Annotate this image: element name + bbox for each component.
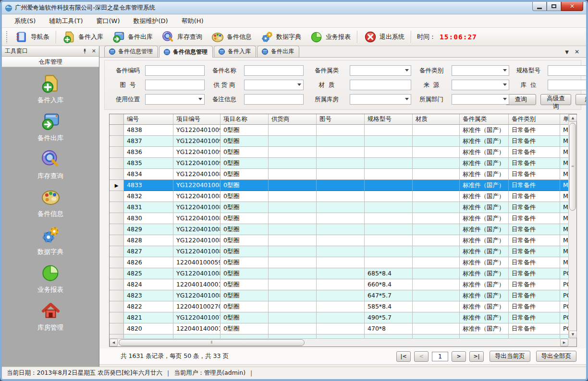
table-cell[interactable]: PC: [560, 268, 568, 279]
row-selector[interactable]: [110, 125, 124, 136]
sidebar-item[interactable]: 备件信息: [37, 187, 63, 218]
menu-item[interactable]: 窗口(W): [90, 14, 127, 28]
table-cell[interactable]: M: [560, 158, 568, 169]
search-select[interactable]: [452, 65, 509, 76]
table-cell[interactable]: 日常备件: [509, 323, 560, 334]
table-cell[interactable]: [317, 125, 365, 136]
horizontal-scroll-track[interactable]: ⦀: [118, 339, 560, 346]
table-cell[interactable]: 标准件（国产）: [460, 279, 509, 290]
table-cell[interactable]: M: [560, 202, 568, 213]
search-select[interactable]: [548, 80, 588, 90]
row-selector[interactable]: [110, 235, 124, 246]
table-cell[interactable]: 4837: [124, 136, 173, 147]
tab-close-icon[interactable]: ✕: [575, 48, 579, 55]
table-cell[interactable]: 日常备件: [509, 147, 560, 158]
table-cell[interactable]: 0型圈: [220, 125, 269, 136]
table-cell[interactable]: M: [560, 246, 568, 257]
table-cell[interactable]: 4829: [124, 224, 173, 235]
table-cell[interactable]: [269, 224, 317, 235]
first-page-button[interactable]: |<: [396, 351, 411, 362]
sidebar-close-icon[interactable]: ✕: [92, 48, 96, 54]
table-cell[interactable]: M: [560, 235, 568, 246]
sidebar-item[interactable]: 备件出库: [37, 111, 63, 143]
table-row[interactable]: 4827YG122040100820型圈标准件（国产）日常备件M: [110, 246, 568, 257]
table-row[interactable]: 4834YG122040100890型圈标准件（国产）日常备件M: [110, 169, 568, 180]
scroll-right-icon[interactable]: ▶: [560, 339, 568, 346]
column-header[interactable]: 备件类别: [509, 114, 560, 125]
table-row[interactable]: 4835YG122040100900型圈标准件（国产）日常备件M: [110, 158, 568, 169]
table-cell[interactable]: 4832: [124, 191, 173, 202]
menu-item[interactable]: 数据维护(D): [127, 14, 175, 28]
table-cell[interactable]: 标准件（国产）: [460, 235, 509, 246]
table-cell[interactable]: 0型圈: [220, 191, 269, 202]
table-cell[interactable]: YG12204010085: [173, 213, 220, 224]
tab-list-dropdown-icon[interactable]: ▼: [565, 49, 569, 55]
new-button[interactable]: 新建: [576, 94, 588, 105]
table-cell[interactable]: [269, 136, 317, 147]
table-cell[interactable]: 日常备件: [509, 180, 560, 191]
tab[interactable]: 备件入库: [214, 46, 256, 57]
table-cell[interactable]: 1220401400013: [173, 323, 220, 334]
table-cell[interactable]: 0型圈: [220, 147, 269, 158]
table-cell[interactable]: 4836: [124, 147, 173, 158]
query-button[interactable]: 查询: [505, 94, 536, 105]
toolbar-button[interactable]: 备件出库: [108, 29, 157, 45]
table-cell[interactable]: [317, 202, 365, 213]
table-cell[interactable]: YG12204010080: [173, 290, 220, 301]
prev-page-button[interactable]: <: [414, 351, 429, 362]
table-cell[interactable]: [413, 268, 460, 279]
table-cell[interactable]: 585*8.4: [365, 301, 413, 312]
table-cell[interactable]: 标准件（国产）: [460, 213, 509, 224]
menu-item[interactable]: 辅助工具(T): [42, 14, 89, 28]
table-cell[interactable]: [413, 235, 460, 246]
table-cell[interactable]: [365, 180, 413, 191]
row-selector[interactable]: [110, 158, 124, 169]
table-cell[interactable]: [269, 125, 317, 136]
table-cell[interactable]: [365, 158, 413, 169]
row-selector[interactable]: [110, 268, 124, 279]
scroll-left-icon[interactable]: ◀: [110, 339, 118, 346]
table-cell[interactable]: [317, 191, 365, 202]
table-row[interactable]: 4838YG122040100930型圈标准件（国产）日常备件M: [110, 125, 568, 136]
table-cell[interactable]: [365, 147, 413, 158]
table-cell[interactable]: [365, 235, 413, 246]
table-cell[interactable]: M: [560, 136, 568, 147]
table-cell[interactable]: [317, 312, 365, 323]
column-header[interactable]: 规格型号: [365, 114, 413, 125]
table-cell[interactable]: 标准件（国产）: [460, 246, 509, 257]
table-cell[interactable]: [413, 202, 460, 213]
tab[interactable]: 备件信息管理: [104, 46, 158, 57]
tab[interactable]: 备件出库: [257, 46, 299, 57]
table-cell[interactable]: 4826: [124, 257, 173, 268]
table-cell[interactable]: [269, 202, 317, 213]
table-cell[interactable]: 标准件（国产）: [460, 323, 509, 334]
table-cell[interactable]: 标准件（国产）: [460, 290, 509, 301]
table-cell[interactable]: M: [560, 191, 568, 202]
table-cell[interactable]: 0型圈: [220, 136, 269, 147]
table-cell[interactable]: [317, 169, 365, 180]
table-cell[interactable]: [317, 213, 365, 224]
table-cell[interactable]: 0型圈: [220, 246, 269, 257]
table-cell[interactable]: [317, 323, 365, 334]
table-cell[interactable]: 0型圈: [220, 224, 269, 235]
table-cell[interactable]: [317, 158, 365, 169]
table-cell[interactable]: 日常备件: [509, 235, 560, 246]
table-cell[interactable]: [269, 257, 317, 268]
table-cell[interactable]: YG12204010087: [173, 191, 220, 202]
table-cell[interactable]: [317, 246, 365, 257]
table-cell[interactable]: 标准件（国产）: [460, 191, 509, 202]
table-cell[interactable]: 标准件（国产）: [460, 202, 509, 213]
column-header[interactable]: 单位: [560, 114, 568, 125]
table-cell[interactable]: M: [560, 169, 568, 180]
table-cell[interactable]: [413, 180, 460, 191]
pin-icon[interactable]: [82, 48, 88, 54]
table-cell[interactable]: [269, 323, 317, 334]
table-row[interactable]: 4831YG122040100860型圈标准件（国产）日常备件M: [110, 202, 568, 213]
row-selector[interactable]: [110, 246, 124, 257]
table-cell[interactable]: [413, 323, 460, 334]
row-selector[interactable]: [110, 301, 124, 312]
table-cell[interactable]: 日常备件: [509, 279, 560, 290]
row-selector[interactable]: [110, 169, 124, 180]
table-cell[interactable]: YG12204010086: [173, 202, 220, 213]
table-cell[interactable]: [317, 268, 365, 279]
